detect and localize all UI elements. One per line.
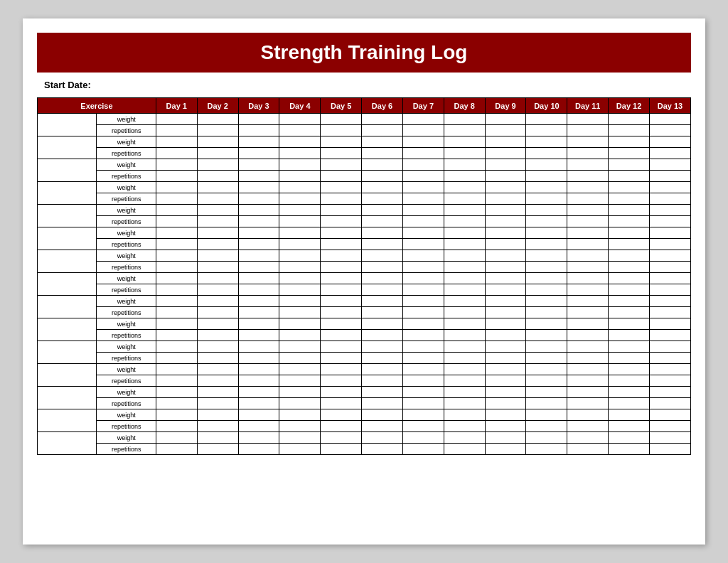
data-cell[interactable] <box>650 136 691 148</box>
data-cell[interactable] <box>238 262 279 273</box>
data-cell[interactable] <box>444 341 485 353</box>
data-cell[interactable] <box>156 409 197 421</box>
data-cell[interactable] <box>444 262 485 273</box>
data-cell[interactable] <box>362 375 403 387</box>
data-cell[interactable] <box>362 148 403 159</box>
data-cell[interactable] <box>362 125 403 136</box>
data-cell[interactable] <box>609 159 650 171</box>
data-cell[interactable] <box>197 307 238 318</box>
data-cell[interactable] <box>362 296 403 307</box>
data-cell[interactable] <box>526 284 567 296</box>
data-cell[interactable] <box>567 262 609 273</box>
data-cell[interactable] <box>402 432 444 444</box>
data-cell[interactable] <box>279 307 321 318</box>
data-cell[interactable] <box>321 239 362 250</box>
data-cell[interactable] <box>567 341 609 353</box>
data-cell[interactable] <box>321 114 362 125</box>
data-cell[interactable] <box>567 250 609 262</box>
data-cell[interactable] <box>362 341 403 353</box>
data-cell[interactable] <box>156 182 197 193</box>
data-cell[interactable] <box>197 444 238 455</box>
data-cell[interactable] <box>444 193 485 205</box>
data-cell[interactable] <box>156 432 197 444</box>
exercise-name-cell[interactable] <box>38 318 97 341</box>
data-cell[interactable] <box>156 307 197 318</box>
data-cell[interactable] <box>321 227 362 239</box>
data-cell[interactable] <box>485 444 526 455</box>
data-cell[interactable] <box>609 148 650 159</box>
data-cell[interactable] <box>197 318 238 330</box>
data-cell[interactable] <box>362 227 403 239</box>
data-cell[interactable] <box>238 444 279 455</box>
data-cell[interactable] <box>402 387 444 398</box>
data-cell[interactable] <box>609 114 650 125</box>
data-cell[interactable] <box>609 444 650 455</box>
data-cell[interactable] <box>402 421 444 432</box>
data-cell[interactable] <box>279 432 321 444</box>
data-cell[interactable] <box>362 114 403 125</box>
data-cell[interactable] <box>526 239 567 250</box>
data-cell[interactable] <box>650 125 691 136</box>
data-cell[interactable] <box>526 250 567 262</box>
data-cell[interactable] <box>402 296 444 307</box>
data-cell[interactable] <box>650 421 691 432</box>
data-cell[interactable] <box>279 273 321 284</box>
data-cell[interactable] <box>444 159 485 171</box>
data-cell[interactable] <box>526 273 567 284</box>
data-cell[interactable] <box>444 216 485 227</box>
data-cell[interactable] <box>650 387 691 398</box>
data-cell[interactable] <box>526 193 567 205</box>
data-cell[interactable] <box>526 387 567 398</box>
data-cell[interactable] <box>485 398 526 409</box>
data-cell[interactable] <box>321 421 362 432</box>
data-cell[interactable] <box>279 239 321 250</box>
data-cell[interactable] <box>526 136 567 148</box>
data-cell[interactable] <box>526 262 567 273</box>
data-cell[interactable] <box>402 125 444 136</box>
data-cell[interactable] <box>567 421 609 432</box>
data-cell[interactable] <box>402 239 444 250</box>
data-cell[interactable] <box>526 148 567 159</box>
data-cell[interactable] <box>238 318 279 330</box>
data-cell[interactable] <box>650 375 691 387</box>
data-cell[interactable] <box>609 364 650 375</box>
data-cell[interactable] <box>526 375 567 387</box>
data-cell[interactable] <box>321 409 362 421</box>
data-cell[interactable] <box>526 421 567 432</box>
data-cell[interactable] <box>402 227 444 239</box>
data-cell[interactable] <box>526 432 567 444</box>
data-cell[interactable] <box>609 239 650 250</box>
data-cell[interactable] <box>362 182 403 193</box>
exercise-name-cell[interactable] <box>38 364 97 387</box>
data-cell[interactable] <box>321 432 362 444</box>
data-cell[interactable] <box>567 318 609 330</box>
data-cell[interactable] <box>238 125 279 136</box>
data-cell[interactable] <box>156 364 197 375</box>
data-cell[interactable] <box>238 398 279 409</box>
data-cell[interactable] <box>279 341 321 353</box>
data-cell[interactable] <box>402 182 444 193</box>
data-cell[interactable] <box>609 136 650 148</box>
data-cell[interactable] <box>567 409 609 421</box>
data-cell[interactable] <box>238 330 279 341</box>
data-cell[interactable] <box>279 182 321 193</box>
data-cell[interactable] <box>485 296 526 307</box>
data-cell[interactable] <box>197 216 238 227</box>
data-cell[interactable] <box>402 136 444 148</box>
data-cell[interactable] <box>567 171 609 182</box>
data-cell[interactable] <box>197 341 238 353</box>
data-cell[interactable] <box>279 364 321 375</box>
exercise-name-cell[interactable] <box>38 250 97 273</box>
data-cell[interactable] <box>279 148 321 159</box>
data-cell[interactable] <box>321 273 362 284</box>
data-cell[interactable] <box>650 398 691 409</box>
data-cell[interactable] <box>238 296 279 307</box>
data-cell[interactable] <box>567 182 609 193</box>
data-cell[interactable] <box>238 227 279 239</box>
data-cell[interactable] <box>238 375 279 387</box>
data-cell[interactable] <box>609 171 650 182</box>
data-cell[interactable] <box>444 444 485 455</box>
data-cell[interactable] <box>609 193 650 205</box>
data-cell[interactable] <box>402 216 444 227</box>
data-cell[interactable] <box>279 398 321 409</box>
